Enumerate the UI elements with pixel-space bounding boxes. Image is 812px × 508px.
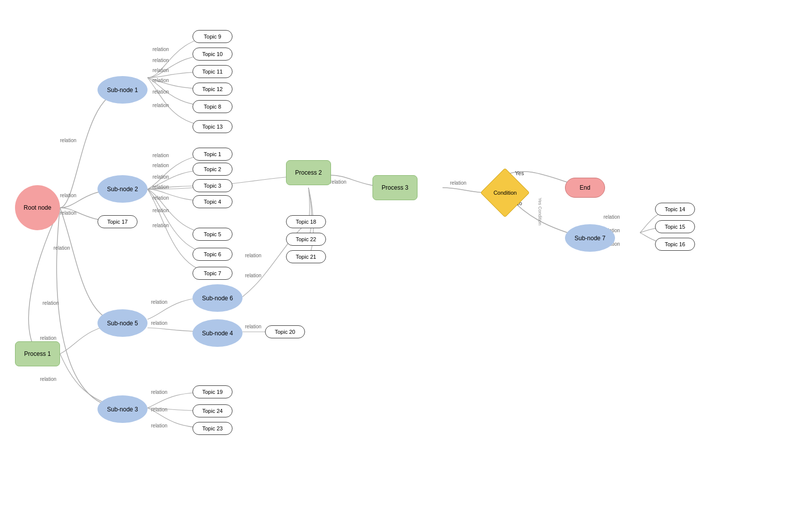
rel-sub1-t10: relation [152,58,169,63]
rel-sub2-t3: relation [152,174,169,180]
process-3-label: Process 3 [382,184,408,191]
sub-node-3-label: Sub-node 3 [107,406,138,413]
sub-node-7-label: Sub-node 7 [574,235,606,242]
sub-node-2-label: Sub-node 2 [107,186,138,193]
topic-3[interactable]: Topic 3 [192,179,232,192]
rel-sub4-t20: relation [245,324,262,329]
rel-sub7-t14: relation [604,214,620,220]
rel-p2-p3: relation [330,179,346,185]
topic-20[interactable]: Topic 20 [265,325,305,338]
rel-sub1-t13: relation [152,103,169,108]
topic-5[interactable]: Topic 5 [192,228,232,241]
process-1[interactable]: Process 1 [15,341,60,366]
sub-node-5[interactable]: Sub-node 5 [98,309,148,337]
relation-root-sub2: relation [60,193,76,198]
sub-node-2[interactable]: Sub-node 2 [98,175,148,203]
topic-19[interactable]: Topic 19 [192,385,232,398]
process-3[interactable]: Process 3 [372,175,418,200]
relation-root-sub5: relation [54,245,70,251]
rel-sub-process2: relation [245,253,262,258]
sub-node-1[interactable]: Sub-node 1 [98,76,148,104]
rel-sub2-t7: relation [152,223,169,228]
topic-10[interactable]: Topic 10 [192,48,232,61]
rel-sub1-t9: relation [152,47,169,52]
topic-13[interactable]: Topic 13 [192,120,232,133]
topic-6[interactable]: Topic 6 [192,248,232,261]
topic-14[interactable]: Topic 14 [655,203,695,216]
rel-sub3-t19: relation [151,389,168,395]
topic-4[interactable]: Topic 4 [192,195,232,208]
sub-node-3[interactable]: Sub-node 3 [98,395,148,423]
root-node[interactable]: Root node [15,185,60,230]
topic-24[interactable]: Topic 24 [192,404,232,417]
rel-sub2-t2: relation [152,163,169,168]
root-node-label: Root node [24,204,51,211]
topic-17[interactable]: Topic 17 [98,215,138,228]
relation-root-sub3: relation [42,300,59,306]
sub-node-5-label: Sub-node 5 [107,320,138,327]
topic-22[interactable]: Topic 22 [286,233,326,246]
condition-label: Condition [494,190,516,196]
rel-sub2-sub6: relation [245,273,262,278]
topic-21[interactable]: Topic 21 [286,250,326,263]
relation-root-sub1: relation [60,138,76,143]
rel-sub5-sub6: relation [151,299,168,305]
rel-sub2-t5: relation [152,195,169,201]
rel-sub1-t12: relation [152,78,169,83]
process-2[interactable]: Process 2 [286,160,331,185]
relation-root-topic17: relation [60,210,76,216]
rel-sub3-t23: relation [151,423,168,428]
rel-sub3-t24: relation [151,407,168,412]
rel-sub1-t8: relation [152,89,169,95]
topic-9[interactable]: Topic 9 [192,30,232,43]
topic-8[interactable]: Topic 8 [192,100,232,113]
sub-node-6[interactable]: Sub-node 6 [192,284,242,312]
process-1-label: Process 1 [24,350,50,357]
topic-17-label: Topic 17 [108,219,128,225]
yes-condition-label: Yes Condition [538,198,542,225]
rel-p3-cond: relation [450,180,466,186]
topic-1[interactable]: Topic 1 [192,148,232,161]
rel-p1-sub3: relation [40,376,56,382]
topic-2[interactable]: Topic 2 [192,163,232,176]
topic-23[interactable]: Topic 23 [192,422,232,435]
topic-15[interactable]: Topic 15 [655,220,695,233]
rel-sub1-t11: relation [152,68,169,73]
process-2-label: Process 2 [295,169,322,176]
topic-7[interactable]: Topic 7 [192,267,232,280]
yes-label: Yes [515,170,524,176]
rel-sub2-t4: relation [152,184,169,190]
diagram: relation relation relation relation rela… [0,0,812,508]
topic-12[interactable]: Topic 12 [192,83,232,96]
sub-node-4[interactable]: Sub-node 4 [192,319,242,347]
sub-node-7[interactable]: Sub-node 7 [565,224,615,252]
topic-18[interactable]: Topic 18 [286,215,326,228]
rel-sub5-sub4: relation [151,320,168,326]
end-label: End [580,184,590,191]
sub-node-6-label: Sub-node 6 [202,295,233,302]
topic-11[interactable]: Topic 11 [192,65,232,78]
rel-p1-sub5: relation [40,335,56,341]
sub-node-4-label: Sub-node 4 [202,330,233,337]
sub-node-1-label: Sub-node 1 [107,87,138,94]
rel-sub2-t6: relation [152,208,169,213]
topic-16[interactable]: Topic 16 [655,238,695,251]
rel-sub2-t1: relation [152,153,169,158]
end-node[interactable]: End [565,178,605,198]
